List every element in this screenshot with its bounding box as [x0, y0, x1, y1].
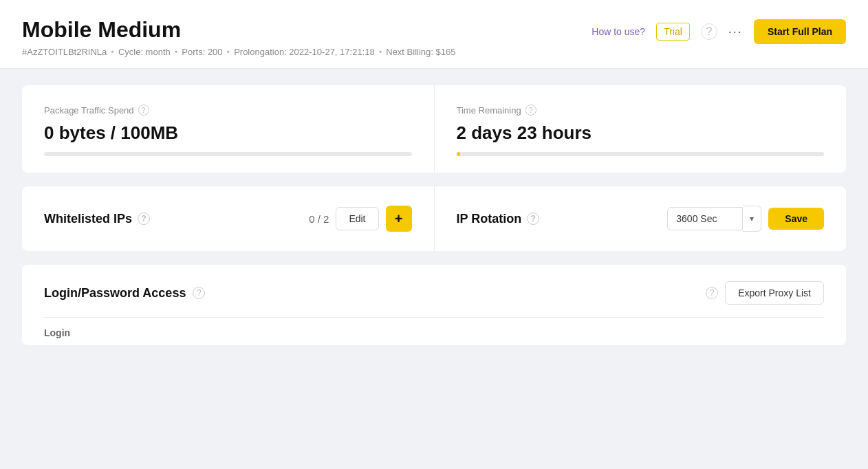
more-options-icon[interactable]: ···	[728, 25, 743, 39]
login-header: Login/Password Access ? ? Export Proxy L…	[44, 281, 824, 318]
meta-billing: Next Billing: $165	[386, 47, 455, 57]
header-left: Mobile Medium #AzZTOITLBt2RINLa • Cycle:…	[22, 17, 455, 57]
rotation-select-chevron-icon[interactable]: ▾	[743, 206, 761, 232]
whitelisted-count: 0 / 2	[309, 213, 329, 225]
meta-id: #AzZTOITLBt2RINLa	[22, 47, 107, 57]
whitelisted-controls: 0 / 2 Edit +	[309, 206, 411, 232]
header: Mobile Medium #AzZTOITLBt2RINLa • Cycle:…	[0, 0, 868, 69]
add-whitelisted-button[interactable]: +	[386, 206, 412, 232]
rotation-help-icon[interactable]: ?	[527, 212, 539, 225]
export-proxy-list-button[interactable]: Export Proxy List	[725, 281, 824, 305]
edit-whitelisted-button[interactable]: Edit	[336, 207, 378, 230]
whitelisted-help-icon[interactable]: ?	[138, 212, 150, 225]
login-title: Login/Password Access	[44, 286, 186, 301]
meta-prolongation: Prolongation: 2022-10-27, 17:21:18	[234, 47, 375, 57]
meta-cycle: Cycle: month	[118, 47, 171, 57]
traffic-card: Package Traffic Spend ? 0 bytes / 100MB	[22, 85, 434, 173]
page-meta: #AzZTOITLBt2RINLa • Cycle: month • Ports…	[22, 47, 455, 57]
login-title-wrap: Login/Password Access ?	[44, 286, 205, 301]
ip-rotation-label: IP Rotation ?	[457, 212, 540, 226]
ip-rotation-card: IP Rotation ? 3600 Sec 1800 Sec 900 Sec …	[434, 186, 847, 251]
login-column-header: Login	[44, 318, 824, 345]
traffic-label: Package Traffic Spend ?	[44, 105, 412, 116]
whitelisted-ips-card: Whitelisted IPs ? 0 / 2 Edit +	[22, 186, 434, 251]
dot-2: •	[175, 47, 178, 57]
content-area: Package Traffic Spend ? 0 bytes / 100MB …	[0, 69, 868, 362]
meta-ports: Ports: 200	[182, 47, 222, 57]
traffic-value: 0 bytes / 100MB	[44, 122, 412, 144]
header-help-icon[interactable]: ?	[701, 23, 717, 40]
time-value: 2 days 23 hours	[457, 122, 825, 144]
rotation-controls: 3600 Sec 1800 Sec 900 Sec 300 Sec 60 Sec…	[667, 206, 824, 232]
page-wrapper: Mobile Medium #AzZTOITLBt2RINLa • Cycle:…	[0, 0, 868, 469]
login-header-right: ? Export Proxy List	[706, 281, 824, 305]
dot-4: •	[379, 47, 382, 57]
login-help-icon[interactable]: ?	[193, 287, 205, 299]
export-help-icon[interactable]: ?	[706, 287, 718, 299]
trial-badge: Trial	[656, 23, 690, 41]
traffic-help-icon[interactable]: ?	[138, 105, 149, 116]
time-progress-fill	[457, 152, 460, 156]
time-card: Time Remaining ? 2 days 23 hours	[434, 85, 847, 173]
time-help-icon[interactable]: ?	[525, 105, 536, 116]
time-progress-bar	[457, 152, 825, 156]
login-section: Login/Password Access ? ? Export Proxy L…	[22, 265, 846, 345]
whitelisted-ips-label: Whitelisted IPs ?	[44, 212, 150, 226]
page-title: Mobile Medium	[22, 17, 455, 43]
stats-row: Package Traffic Spend ? 0 bytes / 100MB …	[22, 85, 846, 173]
dot-1: •	[111, 47, 114, 57]
time-label: Time Remaining ?	[457, 105, 825, 116]
traffic-progress-bar	[44, 152, 412, 156]
dot-3: •	[227, 47, 230, 57]
rotation-select[interactable]: 3600 Sec 1800 Sec 900 Sec 300 Sec 60 Sec	[667, 207, 743, 230]
how-to-use-link[interactable]: How to use?	[592, 26, 645, 37]
settings-row: Whitelisted IPs ? 0 / 2 Edit + IP Rotati…	[22, 186, 846, 251]
save-rotation-button[interactable]: Save	[768, 208, 824, 230]
header-right: How to use? Trial ? ··· Start Full Plan	[592, 17, 846, 44]
start-full-plan-button[interactable]: Start Full Plan	[754, 19, 846, 44]
rotation-select-wrap: 3600 Sec 1800 Sec 900 Sec 300 Sec 60 Sec…	[667, 206, 761, 232]
